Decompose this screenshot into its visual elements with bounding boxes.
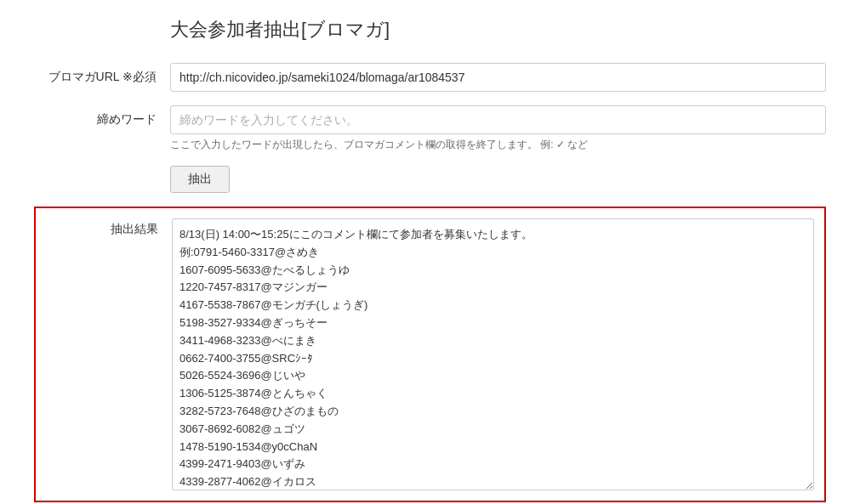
url-label: ブロマガURL ※必須	[34, 63, 170, 86]
url-input-area	[170, 63, 826, 92]
url-row: ブロマガURL ※必須	[34, 63, 826, 92]
filter-label: 締めワード	[34, 105, 170, 128]
filter-input-area: ここで入力したワードが出現したら、ブロマガコメント欄の取得を終了します。 例: …	[170, 105, 826, 152]
filter-row: 締めワード ここで入力したワードが出現したら、ブロマガコメント欄の取得を終了しま…	[34, 105, 826, 152]
result-section: 抽出結果	[34, 207, 826, 502]
filter-hint: ここで入力したワードが出現したら、ブロマガコメント欄の取得を終了します。 例: …	[170, 138, 826, 152]
result-textarea[interactable]	[172, 218, 814, 490]
result-label: 抽出結果	[46, 218, 172, 237]
url-input[interactable]	[170, 63, 826, 92]
page-title: 大会参加者抽出[ブロマガ]	[34, 17, 826, 42]
extract-button[interactable]: 抽出	[170, 166, 230, 193]
button-row: 抽出	[34, 166, 826, 193]
filter-input[interactable]	[170, 105, 826, 134]
